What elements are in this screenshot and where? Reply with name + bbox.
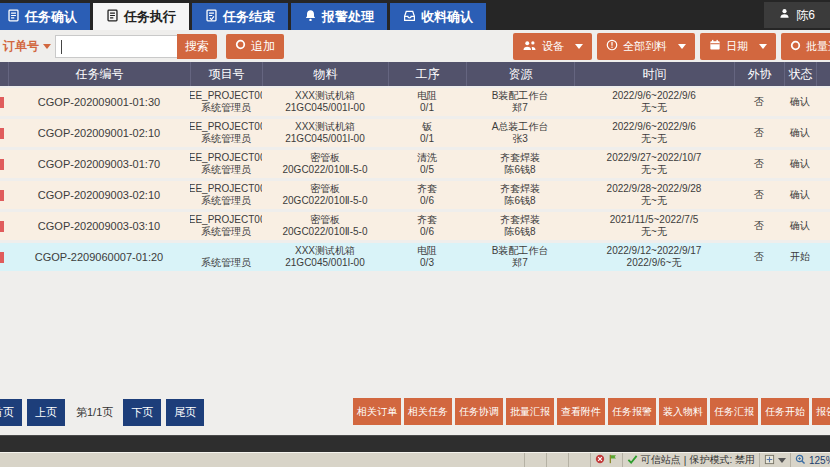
cell-resource: B装配工作台郑7 — [466, 243, 574, 271]
time-actual-text: 无~无 — [641, 195, 667, 207]
action-button[interactable]: 批量汇报 — [506, 398, 554, 425]
task-no-text: CGOP-202009001-02:10 — [38, 127, 160, 139]
tab-label: 任务结束 — [223, 8, 275, 26]
row-flag-cell — [0, 181, 8, 209]
search-button[interactable]: 搜索 — [177, 34, 217, 59]
caret-down-icon — [575, 44, 583, 49]
table-row[interactable]: CGOP-202009003-02:10 QEE_PROJECT001系统管理员… — [0, 181, 830, 209]
cell-clipped — [816, 212, 830, 240]
clipboard-icon — [205, 9, 218, 25]
resource-user-text: 张3 — [512, 133, 528, 145]
column-header-time: 时间 — [574, 62, 734, 86]
cell-clipped — [816, 181, 830, 209]
tab-task-end[interactable]: 任务结束 — [192, 3, 288, 30]
process-qty-text: 0/1 — [420, 133, 434, 145]
column-header-flag — [0, 62, 8, 86]
action-button[interactable]: 任务报警 — [608, 398, 656, 425]
action-button[interactable]: 任务协调 — [455, 398, 503, 425]
order-filter-label: 订单号 — [3, 38, 39, 55]
process-qty-text: 0/1 — [420, 102, 434, 114]
search-input[interactable] — [56, 36, 177, 57]
security-zone-text: 可信站点 — [641, 453, 681, 467]
tab-label: 收料确认 — [421, 8, 473, 26]
cell-outsource: 否 — [734, 243, 784, 271]
user-name: 陈6 — [796, 7, 815, 24]
cell-time: 2021/11/5~2022/7/5无~无 — [574, 212, 734, 240]
device-filter-button[interactable]: 设备 — [513, 33, 592, 60]
view-mode-cell[interactable] — [759, 453, 790, 467]
append-button[interactable]: 追加 — [226, 34, 284, 59]
cell-process: 电阻0/3 — [388, 243, 466, 271]
row-flag-cell — [0, 119, 8, 147]
action-button[interactable]: 相关订单 — [353, 398, 401, 425]
tab-receive-confirm[interactable]: 收料确认 — [390, 3, 486, 30]
action-button[interactable]: 查看附件 — [557, 398, 605, 425]
table-row[interactable]: CGOP-202009001-01:30 QEE_PROJECT001系统管理员… — [0, 88, 830, 116]
operator-text: 系统管理员 — [201, 133, 251, 145]
table-row[interactable]: CGOP-202009003-03:10 QEE_PROJECT001系统管理员… — [0, 212, 830, 240]
circle-icon — [235, 39, 246, 53]
table-row[interactable]: CGOP-202009001-02:10 QEE_PROJECT001系统管理员… — [0, 119, 830, 147]
action-button[interactable]: 任务开始 — [761, 398, 809, 425]
task-no-text: CGOP-2209060007-01:20 — [35, 251, 163, 263]
resource-text: 齐套焊装 — [500, 152, 540, 164]
action-button[interactable]: 报告填写 — [812, 398, 830, 425]
table-row[interactable]: CGOP-202009003-01:70 QEE_PROJECT001系统管理员… — [0, 150, 830, 178]
date-filter-button[interactable]: 日期 — [700, 33, 776, 60]
cell-resource: 齐套焊装陈6钱8 — [466, 181, 574, 209]
first-page-button[interactable]: 首页 — [0, 399, 22, 426]
time-plan-text: 2022/9/27~2022/10/7 — [607, 152, 702, 164]
time-plan-text: 2021/11/5~2022/7/5 — [610, 214, 699, 226]
cell-time: 2022/9/27~2022/10/7无~无 — [574, 150, 734, 178]
time-plan-text: 2022/9/6~2022/9/6 — [612, 121, 696, 133]
operator-text: 系统管理员 — [201, 102, 251, 114]
cell-task-no: CGOP-202009003-02:10 — [8, 181, 190, 209]
cell-material: XXX测试机箱21GC045/001I-00 — [262, 243, 388, 271]
text-caret — [61, 40, 62, 54]
cell-outsource: 否 — [734, 181, 784, 209]
user-chip[interactable]: 陈6 — [764, 2, 830, 28]
filter-label: 批量选择 — [806, 39, 830, 54]
material-text: 密管板 — [310, 152, 340, 164]
cell-time: 2022/9/12~2022/9/172022/9/6~无 — [574, 243, 734, 271]
time-actual-text: 无~无 — [641, 102, 667, 114]
people-icon — [522, 40, 537, 53]
circle-icon — [790, 40, 801, 53]
action-button[interactable]: 装入物料 — [659, 398, 707, 425]
material-filter-button[interactable]: 全部到料 — [597, 33, 695, 60]
row-flag-cell — [0, 150, 8, 178]
action-button[interactable]: 相关任务 — [404, 398, 452, 425]
status-text: 开始 — [790, 251, 810, 263]
outsource-text: 否 — [754, 127, 764, 139]
outsource-text: 否 — [754, 189, 764, 201]
tab-alarm-handle[interactable]: 报警处理 — [291, 3, 387, 30]
column-header-outsource: 外协 — [734, 62, 784, 86]
cell-material: XXX测试机箱21GC045/001I-00 — [262, 88, 388, 116]
batch-select-button[interactable]: 批量选择 — [781, 33, 830, 60]
prev-page-button[interactable]: 上页 — [27, 399, 65, 426]
status-text: 确认 — [790, 158, 810, 170]
cell-material: 密管板20GC022/010Ⅱ-5-0 — [262, 150, 388, 178]
toolbar: 订单号 搜索 追加 设备 全部到料 日期 批量选择 — [0, 30, 830, 62]
order-filter-dropdown[interactable]: 订单号 — [3, 38, 51, 55]
table-body: CGOP-202009001-01:30 QEE_PROJECT001系统管理员… — [0, 88, 830, 274]
material-code-text: 21GC045/001I-00 — [285, 102, 365, 114]
next-page-button[interactable]: 下页 — [123, 399, 161, 426]
filter-label: 设备 — [542, 39, 564, 54]
tab-task-confirm[interactable]: 任务确认 — [0, 3, 90, 30]
last-page-button[interactable]: 尾页 — [166, 399, 204, 426]
cell-project: QEE_PROJECT001系统管理员 — [190, 88, 262, 116]
action-button[interactable]: 任务汇报 — [710, 398, 758, 425]
cell-status: 确认 — [784, 119, 816, 147]
action-buttons: 相关订单 相关任务 任务协调 批量汇报 查看附件 任务报警 装入物料 任务汇报 … — [353, 398, 830, 425]
zoom-control[interactable]: 125% — [790, 453, 830, 467]
table-row[interactable]: CGOP-2209060007-01:20 系统管理员 XXX测试机箱21GC0… — [0, 243, 830, 271]
resource-user-text: 陈6钱8 — [504, 164, 535, 176]
material-text: 密管板 — [310, 214, 340, 226]
resource-user-text: 郑7 — [512, 257, 528, 269]
cell-resource: 齐套焊装陈6钱8 — [466, 150, 574, 178]
cell-material: XXX测试机箱21GC045/001I-00 — [262, 119, 388, 147]
resource-user-text: 郑7 — [512, 102, 528, 114]
cell-outsource: 否 — [734, 212, 784, 240]
tab-task-execute[interactable]: 任务执行 — [93, 3, 189, 30]
